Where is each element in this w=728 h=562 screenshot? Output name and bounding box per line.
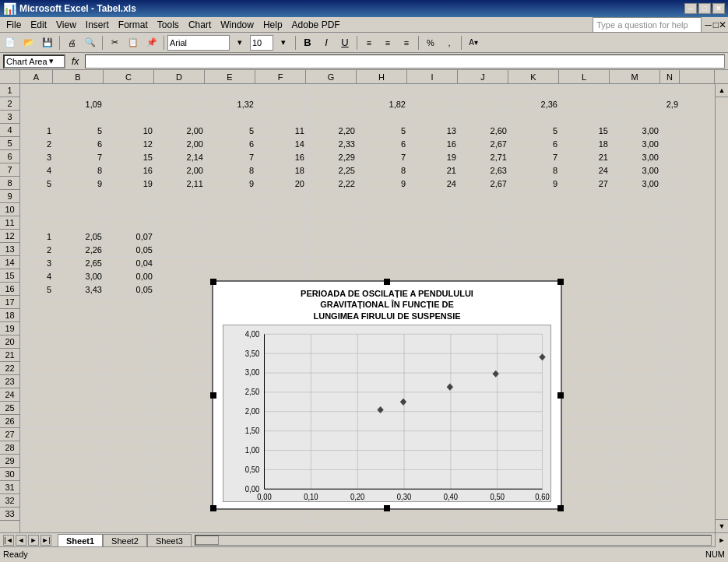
font-size-dropdown[interactable]: ▾ bbox=[275, 34, 292, 51]
cell-m5[interactable]: 3,00 bbox=[610, 138, 661, 151]
resize-handle-ml[interactable] bbox=[210, 392, 216, 399]
menu-tools[interactable]: Tools bbox=[153, 18, 184, 32]
menu-window[interactable]: Window bbox=[216, 18, 258, 32]
cell-b1[interactable] bbox=[54, 85, 104, 98]
cell-h8[interactable]: 9 bbox=[357, 177, 408, 191]
chart-area[interactable]: PERIOADA DE OSCILAȚIE A PENDULULUI GRAVI… bbox=[212, 280, 562, 510]
resize-handle-mr[interactable] bbox=[557, 392, 564, 399]
cell-l8[interactable]: 27 bbox=[560, 177, 610, 191]
cell-a3[interactable] bbox=[21, 111, 54, 125]
cell-k4[interactable]: 5 bbox=[509, 125, 560, 138]
cell-h1[interactable] bbox=[357, 85, 408, 98]
cell-h7[interactable]: 8 bbox=[357, 164, 408, 177]
cell-d5[interactable]: 2,00 bbox=[155, 138, 206, 151]
cell-n4[interactable] bbox=[661, 125, 681, 138]
cell-d7[interactable]: 2,00 bbox=[155, 164, 206, 177]
cell-m8[interactable]: 3,00 bbox=[610, 177, 661, 191]
underline-button[interactable]: U bbox=[336, 34, 353, 51]
cell-c8[interactable]: 19 bbox=[104, 177, 155, 191]
tab-sheet3[interactable]: Sheet3 bbox=[147, 534, 192, 546]
cell-k8[interactable]: 9 bbox=[509, 177, 560, 191]
comma-button[interactable]: , bbox=[441, 34, 458, 51]
cell-b2[interactable]: 1,09 bbox=[54, 98, 104, 111]
cell-a15[interactable]: 4 bbox=[21, 270, 54, 283]
tab-sheet2[interactable]: Sheet2 bbox=[103, 534, 147, 546]
cell-c2[interactable] bbox=[104, 98, 155, 111]
cell-j6[interactable]: 2,71 bbox=[459, 151, 509, 164]
bold-button[interactable]: B bbox=[299, 34, 316, 51]
cell-k3[interactable] bbox=[509, 111, 560, 125]
cell-d1[interactable] bbox=[155, 85, 206, 98]
cell-g3[interactable] bbox=[307, 111, 357, 125]
cell-i2[interactable] bbox=[408, 98, 459, 111]
cell-e6[interactable]: 7 bbox=[206, 151, 256, 164]
app-min-button[interactable]: ─ bbox=[705, 19, 712, 30]
cell-m6[interactable]: 3,00 bbox=[610, 151, 661, 164]
cell-e7[interactable]: 8 bbox=[206, 164, 256, 177]
cell-a5[interactable]: 2 bbox=[21, 138, 54, 151]
cell-l6[interactable]: 21 bbox=[560, 151, 610, 164]
cell-i7[interactable]: 21 bbox=[408, 164, 459, 177]
menu-view[interactable]: View bbox=[51, 18, 81, 32]
cell-c5[interactable]: 12 bbox=[104, 138, 155, 151]
font-size-selector[interactable] bbox=[250, 35, 273, 51]
cell-l2[interactable] bbox=[560, 98, 610, 111]
cell-l5[interactable]: 18 bbox=[560, 138, 610, 151]
cell-l7[interactable]: 24 bbox=[560, 164, 610, 177]
cell-c15[interactable]: 0,00 bbox=[104, 270, 155, 283]
cell-h6[interactable]: 7 bbox=[357, 151, 408, 164]
cell-a2[interactable] bbox=[21, 98, 54, 111]
cell-a13[interactable]: 2 bbox=[21, 244, 54, 257]
minimize-button[interactable]: ─ bbox=[684, 3, 697, 14]
cell-b3[interactable] bbox=[54, 111, 104, 125]
cell-h2[interactable]: 1,82 bbox=[357, 98, 408, 111]
cell-m7[interactable]: 3,00 bbox=[610, 164, 661, 177]
align-center-button[interactable]: ≡ bbox=[379, 34, 396, 51]
cell-k6[interactable]: 7 bbox=[509, 151, 560, 164]
cell-h4[interactable]: 5 bbox=[357, 125, 408, 138]
cell-n1[interactable] bbox=[661, 85, 681, 98]
tab-scroll-last[interactable]: ►| bbox=[40, 535, 51, 546]
resize-handle-br[interactable] bbox=[557, 505, 564, 511]
cell-k7[interactable]: 8 bbox=[509, 164, 560, 177]
formula-input[interactable] bbox=[85, 54, 725, 68]
cell-f2[interactable] bbox=[256, 98, 307, 111]
cell-i4[interactable]: 13 bbox=[408, 125, 459, 138]
copy-button[interactable]: 📋 bbox=[125, 34, 142, 51]
cell-l4[interactable]: 15 bbox=[560, 125, 610, 138]
cell-e5[interactable]: 6 bbox=[206, 138, 256, 151]
cell-n8[interactable] bbox=[661, 177, 681, 191]
cell-n2[interactable]: 2,9 bbox=[661, 98, 681, 111]
cell-b15[interactable]: 3,00 bbox=[54, 270, 104, 283]
cell-c12[interactable]: 0,07 bbox=[104, 230, 155, 244]
save-button[interactable]: 💾 bbox=[39, 34, 56, 51]
resize-handle-tr[interactable] bbox=[557, 279, 564, 285]
tab-scroll-prev[interactable]: ◄ bbox=[16, 535, 26, 546]
paste-button[interactable]: 📌 bbox=[143, 34, 160, 51]
app-close-button[interactable]: ✕ bbox=[719, 19, 726, 30]
cell-i1[interactable] bbox=[408, 85, 459, 98]
name-box[interactable]: Chart Area ▾ bbox=[3, 54, 65, 68]
cell-b7[interactable]: 8 bbox=[54, 164, 104, 177]
cell-l1[interactable] bbox=[560, 85, 610, 98]
cell-b8[interactable]: 9 bbox=[54, 177, 104, 191]
cell-e3[interactable] bbox=[206, 111, 256, 125]
cell-i3[interactable] bbox=[408, 111, 459, 125]
new-button[interactable]: 📄 bbox=[2, 34, 19, 51]
menu-help[interactable]: Help bbox=[258, 18, 287, 32]
cell-g7[interactable]: 2,25 bbox=[307, 164, 357, 177]
italic-button[interactable]: I bbox=[318, 34, 335, 51]
cell-a16[interactable]: 5 bbox=[21, 283, 54, 297]
cell-b12[interactable]: 2,05 bbox=[54, 230, 104, 244]
close-button[interactable]: ✕ bbox=[712, 3, 725, 14]
cell-m1[interactable] bbox=[610, 85, 661, 98]
cell-b16[interactable]: 3,43 bbox=[54, 283, 104, 297]
menu-adobe[interactable]: Adobe PDF bbox=[287, 18, 345, 32]
horizontal-scrollbar[interactable] bbox=[195, 535, 712, 546]
h-scroll-thumb[interactable] bbox=[195, 536, 219, 545]
cell-c14[interactable]: 0,04 bbox=[104, 257, 155, 270]
cell-d6[interactable]: 2,14 bbox=[155, 151, 206, 164]
cell-f6[interactable]: 16 bbox=[256, 151, 307, 164]
cell-b4[interactable]: 5 bbox=[54, 125, 104, 138]
cell-c1[interactable] bbox=[104, 85, 155, 98]
